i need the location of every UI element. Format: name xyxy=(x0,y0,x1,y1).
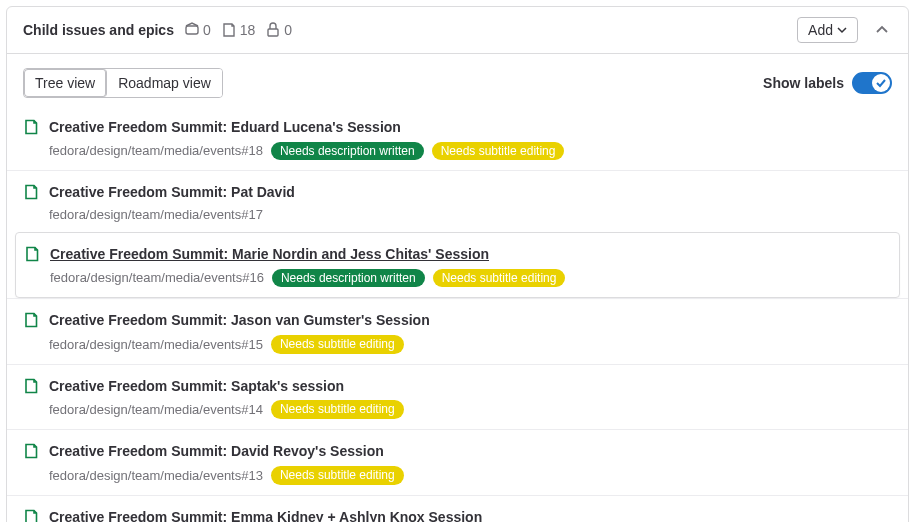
issue-meta: fedora/design/team/media/events#18Needs … xyxy=(49,142,892,161)
issue-ref[interactable]: fedora/design/team/media/events#15 xyxy=(49,337,263,352)
issue-icon xyxy=(221,22,237,38)
issue-ref[interactable]: fedora/design/team/media/events#14 xyxy=(49,402,263,417)
panel-header: Child issues and epics 0 18 0 Add xyxy=(7,7,908,54)
issue-title[interactable]: Creative Freedom Summit: Saptak's sessio… xyxy=(49,378,344,394)
issue-item[interactable]: Creative Freedom Summit: Marie Nordin an… xyxy=(15,232,900,298)
issue-meta: fedora/design/team/media/events#15Needs … xyxy=(49,335,892,354)
issue-meta: fedora/design/team/media/events#17 xyxy=(49,207,892,222)
issue-open-icon xyxy=(23,184,39,200)
chevron-down-icon xyxy=(837,25,847,35)
label-needs-description[interactable]: Needs description written xyxy=(272,269,425,288)
epic-count[interactable]: 0 xyxy=(184,22,211,38)
epic-icon xyxy=(184,22,200,38)
issue-ref[interactable]: fedora/design/team/media/events#17 xyxy=(49,207,263,222)
panel-title: Child issues and epics xyxy=(23,22,174,38)
closed-count-value: 0 xyxy=(284,22,292,38)
issue-item[interactable]: Creative Freedom Summit: Jason van Gumst… xyxy=(7,298,908,363)
issue-meta: fedora/design/team/media/events#13Needs … xyxy=(49,466,892,485)
collapse-button[interactable] xyxy=(872,20,892,40)
issue-body: Creative Freedom Summit: Pat Davidfedora… xyxy=(49,183,892,222)
issue-body: Creative Freedom Summit: David Revoy's S… xyxy=(49,442,892,484)
label-needs-description[interactable]: Needs description written xyxy=(271,142,424,161)
add-button-label: Add xyxy=(808,22,833,38)
toggle-knob xyxy=(872,74,890,92)
chevron-up-icon xyxy=(875,23,889,37)
issue-open-icon xyxy=(23,119,39,135)
issue-open-icon xyxy=(23,443,39,459)
issue-open-icon xyxy=(23,378,39,394)
tab-tree-view[interactable]: Tree view xyxy=(24,69,107,97)
issue-body: Creative Freedom Summit: Saptak's sessio… xyxy=(49,377,892,419)
label-needs-subtitle[interactable]: Needs subtitle editing xyxy=(271,400,404,419)
issue-body: Creative Freedom Summit: Emma Kidney + A… xyxy=(49,508,892,522)
epic-count-value: 0 xyxy=(203,22,211,38)
issue-item[interactable]: Creative Freedom Summit: Pat Davidfedora… xyxy=(7,170,908,232)
label-needs-subtitle[interactable]: Needs subtitle editing xyxy=(432,142,565,161)
issue-title[interactable]: Creative Freedom Summit: Pat David xyxy=(49,184,295,200)
issue-item[interactable]: Creative Freedom Summit: Eduard Lucena's… xyxy=(7,106,908,170)
show-labels-text: Show labels xyxy=(763,75,844,91)
closed-icon xyxy=(265,22,281,38)
label-needs-subtitle[interactable]: Needs subtitle editing xyxy=(271,466,404,485)
label-needs-subtitle[interactable]: Needs subtitle editing xyxy=(433,269,566,288)
toolbar: Tree view Roadmap view Show labels xyxy=(7,54,908,106)
issue-body: Creative Freedom Summit: Jason van Gumst… xyxy=(49,311,892,353)
issue-body: Creative Freedom Summit: Eduard Lucena's… xyxy=(49,118,892,160)
issue-open-icon xyxy=(23,509,39,522)
tab-roadmap-view[interactable]: Roadmap view xyxy=(107,69,222,97)
issue-meta: fedora/design/team/media/events#16Needs … xyxy=(50,269,891,288)
show-labels-toggle[interactable] xyxy=(852,72,892,94)
child-issues-panel: Child issues and epics 0 18 0 Add xyxy=(6,6,909,522)
show-labels-control: Show labels xyxy=(763,72,892,94)
issue-title[interactable]: Creative Freedom Summit: Jason van Gumst… xyxy=(49,312,430,328)
issue-body: Creative Freedom Summit: Marie Nordin an… xyxy=(50,245,891,287)
issue-list: Creative Freedom Summit: Eduard Lucena's… xyxy=(7,106,908,522)
issue-title[interactable]: Creative Freedom Summit: Marie Nordin an… xyxy=(50,246,489,262)
issue-ref[interactable]: fedora/design/team/media/events#18 xyxy=(49,143,263,158)
issue-open-icon xyxy=(23,312,39,328)
issue-ref[interactable]: fedora/design/team/media/events#13 xyxy=(49,468,263,483)
issue-open-icon xyxy=(24,246,40,262)
issue-title[interactable]: Creative Freedom Summit: David Revoy's S… xyxy=(49,443,384,459)
counts-group: 0 18 0 xyxy=(184,22,292,38)
issue-ref[interactable]: fedora/design/team/media/events#16 xyxy=(50,270,264,285)
closed-count[interactable]: 0 xyxy=(265,22,292,38)
issue-item[interactable]: Creative Freedom Summit: Emma Kidney + A… xyxy=(7,495,908,522)
view-tabs: Tree view Roadmap view xyxy=(23,68,223,98)
svg-rect-1 xyxy=(268,29,278,36)
issue-title[interactable]: Creative Freedom Summit: Emma Kidney + A… xyxy=(49,509,482,522)
issue-count-value: 18 xyxy=(240,22,256,38)
label-needs-subtitle[interactable]: Needs subtitle editing xyxy=(271,335,404,354)
check-icon xyxy=(876,78,886,88)
issue-item[interactable]: Creative Freedom Summit: David Revoy's S… xyxy=(7,429,908,494)
issue-item[interactable]: Creative Freedom Summit: Saptak's sessio… xyxy=(7,364,908,429)
issue-title[interactable]: Creative Freedom Summit: Eduard Lucena's… xyxy=(49,119,401,135)
add-button[interactable]: Add xyxy=(797,17,858,43)
issue-count[interactable]: 18 xyxy=(221,22,256,38)
svg-rect-0 xyxy=(186,26,198,34)
issue-meta: fedora/design/team/media/events#14Needs … xyxy=(49,400,892,419)
